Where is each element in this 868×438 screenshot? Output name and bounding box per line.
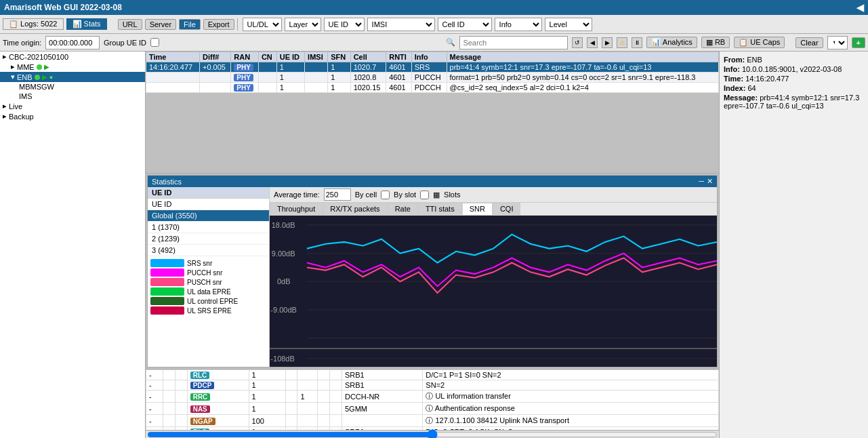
group-ueid-checkbox[interactable] [150, 38, 159, 47]
scroll-range[interactable] [147, 432, 718, 437]
cell-time: 14:16:20.477 [146, 62, 200, 73]
layer-select[interactable]: Layer [285, 18, 321, 31]
enb-play-icon[interactable]: ▶ [42, 73, 47, 81]
cell-ran [175, 403, 187, 415]
cell-message: format=1 prb=50 prb2=0 symb=0.14 cs=0 oc… [447, 73, 718, 83]
cell-time: - [146, 415, 163, 427]
ue-list: UE IDGlobal (3550)1 (1370)2 (1239)3 (492… [148, 199, 269, 256]
url-button[interactable]: URL [118, 19, 142, 30]
svg-text:9.00dB: 9.00dB [272, 250, 295, 258]
ue-list-item[interactable]: 3 (492) [148, 245, 269, 256]
tree-item-mbmsgw[interactable]: MBMSGW [0, 82, 145, 92]
svg-text:-9.00dB: -9.00dB [270, 306, 297, 314]
toolbar: 📋 Logs: 5022 📊 Stats URL Server File Exp… [0, 15, 868, 34]
level-select[interactable]: Level [545, 18, 592, 31]
ran-badge: PHY [234, 64, 253, 71]
table-row[interactable]: PHY 1 1 1020.15 4601 PDCCH @cs_id=2 seq_… [146, 83, 719, 93]
scrollbar[interactable] [146, 430, 719, 438]
mme-play-icon[interactable]: ▶ [44, 63, 49, 71]
search-input[interactable] [459, 36, 568, 49]
table-row[interactable]: PHY 1 1 1020.8 4601 PUCCH format=1 prb=5… [146, 73, 719, 83]
replay-button[interactable]: ↺ [572, 37, 583, 48]
cell-cn: RLC [187, 370, 249, 380]
ueid-select[interactable]: UE ID [324, 18, 365, 31]
tree-item-backup[interactable]: ▸ Backup [0, 111, 145, 121]
tab-rate[interactable]: Rate [388, 203, 418, 215]
time-label: Time: [724, 75, 745, 83]
next-button[interactable]: ▶ [602, 37, 613, 48]
by-cell-checkbox[interactable] [381, 191, 390, 199]
tab-stats[interactable]: 📊 Stats [66, 18, 107, 30]
prev-button[interactable]: ◀ [587, 37, 598, 48]
center-panel: Time Diff# RAN CN UE ID IMSI SFN Cell RN… [146, 52, 719, 438]
tab-cqi[interactable]: CQI [493, 203, 521, 215]
tree-item-enb[interactable]: ▾ ENB ▶ ● [0, 72, 145, 82]
info-select[interactable]: Info [495, 18, 542, 31]
enb-status-dot [35, 75, 40, 80]
ue-list-item[interactable]: 2 (1239) [148, 233, 269, 245]
time-origin-input[interactable] [45, 36, 100, 49]
tree-item-ims[interactable]: IMS [0, 92, 145, 101]
by-slot-checkbox[interactable] [420, 191, 429, 199]
tree-item-live[interactable]: ▸ Live [0, 101, 145, 111]
export-button[interactable]: Export [203, 19, 234, 30]
col-ran: RAN [231, 52, 259, 62]
cell-message: prb=41:4 symb=12:1 snr=17.3 epre=-107.7 … [447, 62, 718, 73]
stats-content: UE ID UE IDGlobal (3550)1 (1370)2 (1239)… [148, 187, 717, 367]
table-row[interactable]: - NAS 1 5GMM ⓘ Authentication response [146, 403, 719, 415]
analytics-button[interactable]: 📊 Analytics [646, 37, 697, 48]
close-button[interactable]: ◀ [856, 2, 864, 13]
tab-snr[interactable]: SNR [462, 203, 493, 215]
tree-item-mme[interactable]: ▸ MME ▶ [0, 62, 145, 72]
stats-controls: Average time: By cell By slot ▦ Slots [270, 187, 717, 203]
legend-color-swatch [150, 287, 184, 296]
cell-ran [175, 370, 187, 380]
ue-list-item[interactable]: 1 (1370) [148, 222, 269, 233]
warn-button[interactable]: ⚠ [617, 37, 627, 48]
cell-info: PUCCH [411, 73, 447, 83]
cell-cell: 1020.7 [350, 62, 386, 73]
table-row[interactable]: - NGAP 100 ⓘ 127.0.1.100 38412 Uplink NA… [146, 415, 719, 427]
tab-ttistats[interactable]: TTI stats [418, 203, 462, 215]
svg-text:0dB: 0dB [277, 277, 291, 285]
stats-minimize-icon[interactable]: ─ [699, 177, 704, 186]
log-table: Time Diff# RAN CN UE ID IMSI SFN Cell RN… [146, 52, 719, 174]
ue-list-item[interactable]: Global (3550) [148, 210, 269, 222]
col-sfn: SFN [328, 52, 350, 62]
cellid-select[interactable]: Cell ID [438, 18, 492, 31]
table-row[interactable]: 14:16:20.477 +0.005 PHY 1 1 1020.7 4601 … [146, 62, 719, 73]
table-row[interactable]: - PDCP 1 SRB1 SN=2 [146, 380, 719, 391]
mode-select[interactable]: UL/DL [243, 18, 282, 31]
table-row[interactable]: - RRC 1 1 DCCH-NR ⓘ UL information trans… [146, 391, 719, 403]
main-area: ▸ CBC-2021050100 ▸ MME ▶ ▾ ENB ▶ ● MBMSG… [0, 52, 868, 438]
tree-item-cbc[interactable]: ▸ CBC-2021050100 [0, 52, 145, 62]
clear-select[interactable]: ▼ [827, 36, 848, 49]
tab-throughput[interactable]: Throughput [270, 203, 323, 215]
ue-list-item[interactable]: UE ID [148, 199, 269, 210]
imsi-select[interactable]: IMSI [367, 18, 435, 31]
pause-button[interactable]: ⏸ [632, 37, 642, 48]
cell-message: ⓘ UL information transfer [423, 391, 719, 403]
file-button[interactable]: File [179, 19, 201, 30]
cell-imsi [285, 380, 297, 391]
uecaps-button[interactable]: 📋 UE Caps [734, 37, 785, 48]
cell-imsi [285, 415, 297, 427]
tree-item-label: CBC-2021050100 [9, 53, 68, 61]
tab-rxtx[interactable]: RX/TX packets [323, 203, 387, 215]
legend-item: UL data EPRE [150, 287, 266, 296]
cell-diff [200, 73, 231, 83]
cell-time: - [146, 380, 163, 391]
time-origin-label: Time origin: [3, 39, 41, 47]
avg-time-input[interactable] [324, 188, 351, 201]
rb-button[interactable]: ▦ RB [701, 37, 730, 48]
add-button[interactable]: + [852, 37, 865, 48]
cell-rnti: 4601 [386, 73, 411, 83]
cell-cell [318, 380, 330, 391]
clear-button[interactable]: Clear [795, 37, 823, 48]
cell-sfn: 1 [328, 73, 350, 83]
table-row[interactable]: - RLC 1 SRB1 D/C=1 P=1 SI=0 SN=2 [146, 370, 719, 380]
stats-close-icon[interactable]: ✕ [707, 177, 713, 186]
legend-item: PUCCH snr [150, 268, 266, 277]
server-button[interactable]: Server [145, 19, 176, 30]
tab-logs[interactable]: 📋 Logs: 5022 [3, 18, 64, 30]
